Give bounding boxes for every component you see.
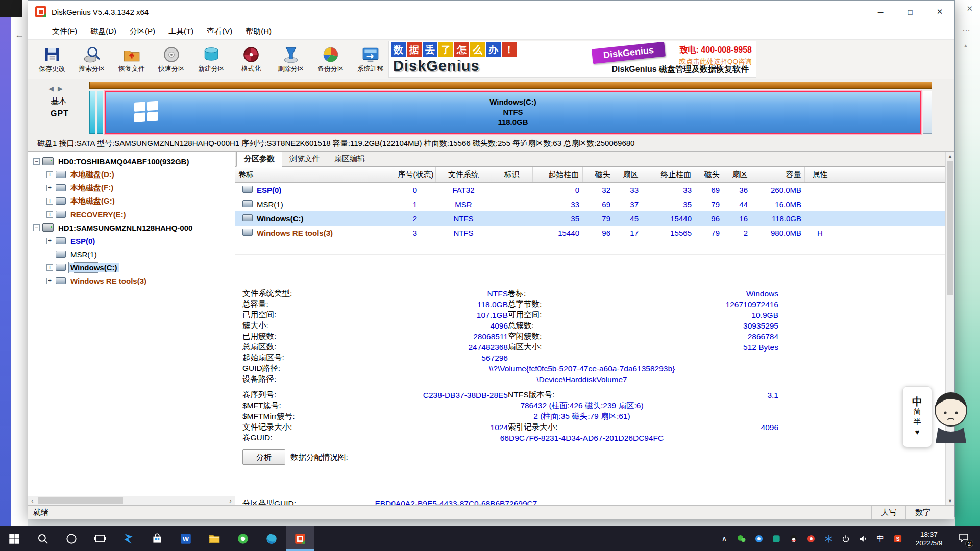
tray-power[interactable]: [837, 526, 854, 551]
tray-volume[interactable]: [854, 526, 872, 551]
app-word[interactable]: W: [172, 526, 200, 551]
backup-partition-button[interactable]: 备份分区: [311, 41, 351, 77]
expand-toggle-icon[interactable]: +: [46, 171, 53, 178]
app-store[interactable]: [143, 526, 172, 551]
expand-toggle-icon[interactable]: +: [46, 185, 53, 191]
hidden-icons-button[interactable]: ∧: [716, 526, 733, 551]
tree-item-1[interactable]: +本地磁盘(D:): [28, 168, 235, 181]
menu-help[interactable]: 帮助(H): [239, 27, 278, 36]
app-edge[interactable]: [257, 526, 286, 551]
tree-item-0[interactable]: −HD0:TOSHIBAMQ04ABF100(932GB): [28, 155, 235, 168]
app-360-browser[interactable]: [229, 526, 257, 551]
column-header-0[interactable]: 卷标: [235, 167, 395, 183]
collapse-toggle-icon[interactable]: −: [33, 158, 40, 165]
tab-sector-edit[interactable]: 扇区编辑: [327, 152, 372, 166]
tree-item-2[interactable]: +本地磁盘(F:): [28, 181, 235, 194]
expand-toggle-icon[interactable]: +: [46, 198, 53, 205]
next-disk-arrow[interactable]: ▶: [58, 85, 67, 92]
background-more-icon[interactable]: …: [962, 23, 970, 33]
tray-ime[interactable]: 中: [872, 526, 889, 551]
expand-toggle-icon[interactable]: +: [46, 211, 53, 218]
minimize-button[interactable]: ─: [866, 1, 895, 23]
background-close-icon[interactable]: ✕: [966, 4, 973, 13]
tray-360[interactable]: [820, 526, 837, 551]
format-button[interactable]: 格式化: [231, 41, 271, 77]
tray-wechat[interactable]: [733, 526, 750, 551]
collapse-toggle-icon[interactable]: −: [33, 224, 40, 231]
tab-browse-files[interactable]: 浏览文件: [282, 152, 327, 166]
app-thunder[interactable]: [114, 526, 143, 551]
recover-files-button[interactable]: 恢复文件: [112, 41, 152, 77]
column-header-11[interactable]: 属性: [804, 167, 836, 183]
app-diskgenius[interactable]: [286, 526, 314, 551]
expand-toggle-icon[interactable]: +: [46, 264, 53, 271]
search-partition-button[interactable]: 搜索分区: [72, 41, 112, 77]
tab-partition-params[interactable]: 分区参数: [236, 152, 282, 167]
tree-item-7[interactable]: MSR(1): [28, 247, 235, 261]
tree-horizontal-scrollbar[interactable]: ‹ ›: [28, 496, 235, 505]
partition-row-3[interactable]: Windows RE tools(3)3NTFS1544096171556579…: [235, 226, 945, 240]
ime-status-widget[interactable]: 中简半♥: [902, 386, 932, 447]
column-header-10[interactable]: 容量: [751, 167, 804, 183]
close-button[interactable]: ✕: [925, 1, 954, 23]
quick-partition-button[interactable]: 快速分区: [152, 41, 191, 77]
partition-row-1[interactable]: MSR(1)1MSR33693735794416.0MB: [235, 197, 945, 211]
menu-partition[interactable]: 分区(P): [123, 27, 162, 36]
cortana-button[interactable]: [57, 526, 86, 551]
detail-vertical-scrollbar[interactable]: ▲ ▼: [945, 152, 954, 505]
re-partition-block[interactable]: [923, 91, 932, 134]
task-view-button[interactable]: [86, 526, 114, 551]
save-button[interactable]: 保存更改: [32, 41, 72, 77]
partition-row-2[interactable]: Windows(C:)2NTFS357945154409616118.0GB: [235, 211, 945, 226]
scroll-left-arrow[interactable]: ‹: [28, 496, 37, 505]
show-desktop-button[interactable]: [976, 526, 980, 551]
expand-toggle-icon[interactable]: +: [46, 238, 53, 244]
start-button[interactable]: [0, 526, 29, 551]
menu-disk[interactable]: 磁盘(D): [84, 27, 123, 36]
expand-toggle-icon[interactable]: +: [46, 278, 53, 284]
prev-disk-arrow[interactable]: ◀: [48, 85, 58, 92]
menu-file[interactable]: 文件(F): [45, 27, 84, 36]
action-center-button[interactable]: 2: [951, 526, 976, 551]
column-header-7[interactable]: 终止柱面: [642, 167, 695, 183]
column-header-8[interactable]: 磁头: [695, 167, 723, 183]
migrate-system-button[interactable]: 系统迁移: [351, 41, 390, 77]
delete-partition-button[interactable]: 删除分区: [271, 41, 311, 77]
column-header-3[interactable]: 标识: [492, 167, 532, 183]
msr-partition-block[interactable]: [97, 91, 103, 134]
tray-sogou[interactable]: S: [889, 526, 906, 551]
column-header-1[interactable]: 序号(状态): [395, 167, 435, 183]
tray-qq[interactable]: [785, 526, 802, 551]
column-header-5[interactable]: 磁头: [582, 167, 614, 183]
maximize-button[interactable]: □: [895, 1, 925, 23]
scrollbar-thumb[interactable]: [38, 497, 123, 504]
tray-app-teal[interactable]: [768, 526, 785, 551]
taskbar-clock[interactable]: 18:37 2022/5/9: [906, 526, 951, 551]
tray-app-blue[interactable]: [750, 526, 768, 551]
column-header-6[interactable]: 扇区: [614, 167, 642, 183]
analyze-button[interactable]: 分析: [242, 449, 285, 465]
scroll-right-arrow[interactable]: ›: [226, 496, 235, 505]
scroll-down-arrow[interactable]: ▼: [946, 496, 954, 505]
app-file-explorer[interactable]: [200, 526, 229, 551]
scrollbar-thumb[interactable]: [947, 161, 953, 295]
column-header-2[interactable]: 文件系统: [435, 167, 492, 183]
scroll-up-arrow[interactable]: ▲: [946, 152, 954, 160]
column-header-4[interactable]: 起始柱面: [532, 167, 582, 183]
new-partition-button[interactable]: 新建分区: [191, 41, 231, 77]
column-header-9[interactable]: 扇区: [723, 167, 751, 183]
esp-partition-block[interactable]: [89, 91, 95, 134]
ad-banner[interactable]: 数据丢了怎么办！ DiskGenius DiskGenius 致电: 400-0…: [388, 41, 756, 78]
tree-item-8[interactable]: +Windows(C:): [28, 261, 235, 274]
search-button[interactable]: [29, 526, 57, 551]
tree-item-4[interactable]: +RECOVERY(E:): [28, 208, 235, 221]
tree-item-9[interactable]: +Windows RE tools(3): [28, 274, 235, 287]
partition-row-0[interactable]: ESP(0)0FAT3203233336936260.0MB: [235, 183, 945, 197]
tree-item-5[interactable]: −HD1:SAMSUNGMZNLN128HAHQ-000: [28, 221, 235, 234]
menu-view[interactable]: 查看(V): [200, 27, 239, 36]
windows-partition-block[interactable]: Windows(C:) NTFS 118.0GB: [105, 91, 921, 134]
tree-item-3[interactable]: +本地磁盘(G:): [28, 194, 235, 208]
back-arrow-icon[interactable]: ←: [15, 30, 28, 40]
background-scroll-up-icon[interactable]: ▲: [963, 43, 968, 48]
tray-app-red[interactable]: [802, 526, 820, 551]
